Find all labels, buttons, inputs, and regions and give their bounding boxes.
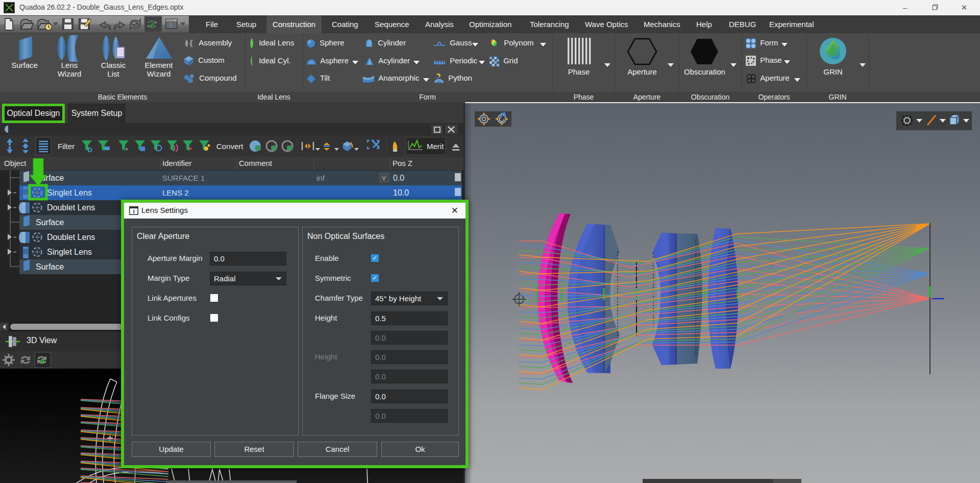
svg-text:Merit: Merit (427, 142, 444, 151)
svg-text:D: D (88, 147, 92, 154)
svg-text:V: V (382, 175, 386, 182)
svg-text:A: A (40, 357, 45, 365)
svg-text:Filter: Filter (58, 142, 75, 151)
svg-text:Convert: Convert (216, 142, 243, 151)
svg-text:A: A (150, 21, 155, 29)
